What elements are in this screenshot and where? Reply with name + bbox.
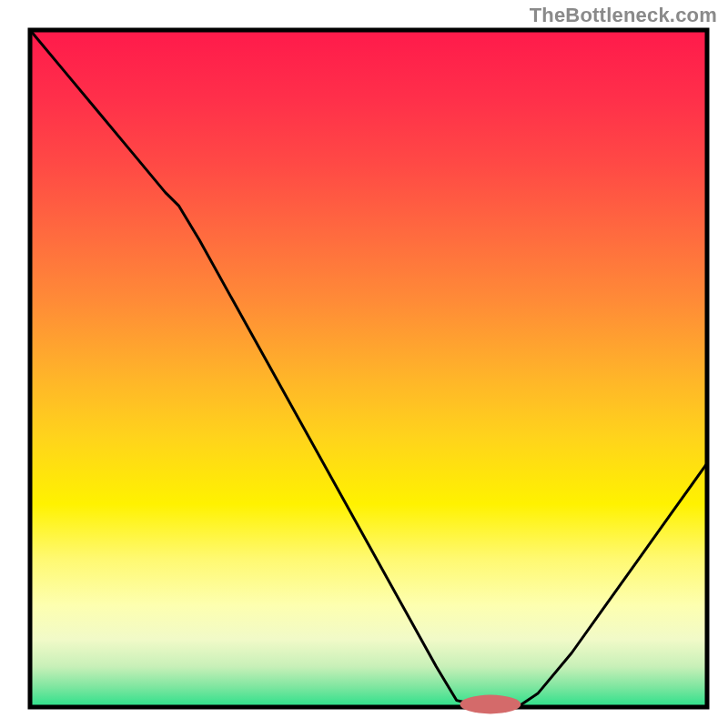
- optimal-marker: [460, 695, 521, 714]
- bottleneck-chart: [0, 0, 728, 728]
- chart-container: TheBottleneck.com: [0, 0, 728, 728]
- attribution-label: TheBottleneck.com: [530, 4, 717, 27]
